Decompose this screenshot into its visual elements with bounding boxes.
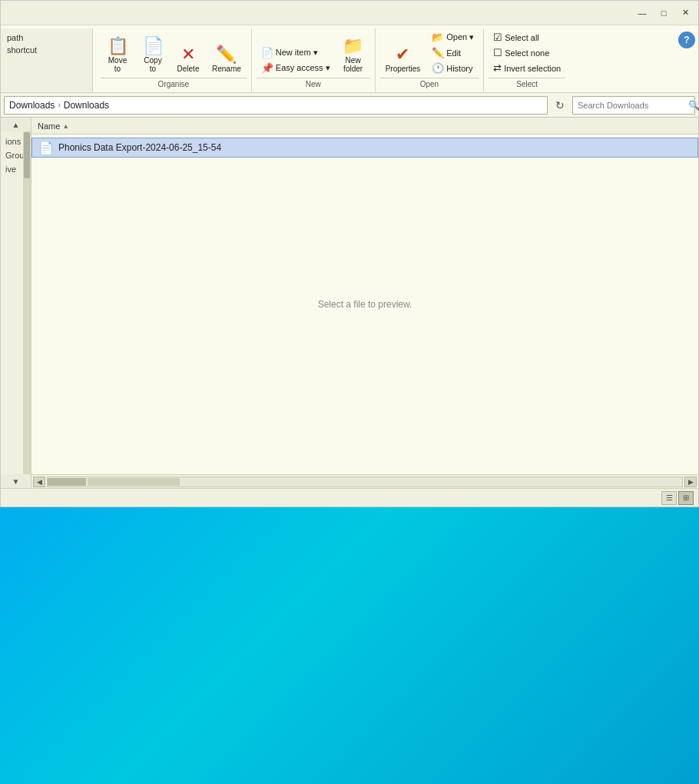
file-area: Name ▲ 📄 Phonics Data Export-2024-06-25_…: [31, 118, 698, 488]
status-bar: ☰ ⊞: [1, 488, 698, 507]
copy-to-icon: 📄: [143, 38, 164, 55]
rename-label: Rename: [212, 65, 241, 73]
sidebar-scrollbar-thumb: [24, 132, 30, 178]
new-item-label: New item ▾: [276, 48, 318, 58]
hscroll-thumb: [48, 478, 86, 486]
sidebar-scroll-down[interactable]: ▼: [1, 474, 31, 488]
move-to-button[interactable]: 📋 Moveto: [101, 35, 134, 75]
main-area: ▲ ions Grou ive ▼ Name ▲: [1, 118, 698, 488]
invert-selection-icon: ⇄: [493, 62, 502, 74]
open-icon: 📂: [432, 32, 444, 43]
easy-access-button[interactable]: 📌 Easy access ▾: [257, 61, 335, 75]
open-group-label: Open: [380, 78, 479, 91]
ribbon: path shortcut 📋 Moveto 📄: [1, 25, 698, 93]
select-all-icon: ☑: [493, 32, 502, 43]
ribbon-main: path shortcut 📋 Moveto 📄: [1, 28, 698, 92]
ribbon-group-select: ☑ Select all ☐ Select none ⇄ Invert sele…: [484, 28, 570, 92]
open-button[interactable]: 📂 Open ▾: [427, 30, 479, 45]
select-none-button[interactable]: ☐ Select none: [489, 45, 565, 60]
open-buttons: ✔ Properties 📂 Open ▾ ✏️ Edit: [380, 30, 479, 75]
address-bar: Downloads › Downloads ↻ 🔍: [1, 93, 698, 118]
delete-icon: ✕: [181, 46, 195, 63]
new-buttons: 📄 New item ▾ 📌 Easy access ▾ 📁: [257, 30, 370, 75]
large-icons-view-button[interactable]: ⊞: [678, 491, 694, 505]
edit-button[interactable]: ✏️ Edit: [427, 45, 479, 60]
hscroll-track[interactable]: [47, 477, 683, 487]
select-group-label: Select: [489, 78, 565, 91]
new-item-button[interactable]: 📄 New item ▾: [257, 45, 335, 60]
invert-selection-label: Invert selection: [504, 64, 561, 73]
sidebar-scroll-up[interactable]: ▲: [1, 118, 31, 131]
hscroll-left-button[interactable]: ◀: [33, 477, 45, 487]
ribbon-toolbar-row: 📋 Moveto 📄 Copyto ✕ Delete: [93, 28, 675, 92]
help-button[interactable]: ?: [678, 32, 695, 48]
quick-access-path[interactable]: path: [1, 32, 92, 44]
sidebar: ▲ ions Grou ive ▼: [1, 118, 31, 488]
rename-button[interactable]: ✏️ Rename: [207, 44, 247, 75]
name-column-label: Name: [38, 121, 60, 131]
file-item-0[interactable]: 📄 Phonics Data Export-2024-06-25_15-54: [31, 138, 698, 158]
new-folder-button[interactable]: 📁 Newfolder: [336, 35, 370, 75]
select-all-label: Select all: [505, 33, 539, 42]
horizontal-scrollbar[interactable]: ◀ ▶: [31, 474, 698, 488]
ribbon-group-new: 📄 New item ▾ 📌 Easy access ▾ 📁: [252, 28, 376, 92]
copy-to-label: Copyto: [144, 56, 161, 73]
path-part-1: Downloads: [9, 100, 55, 111]
ribbon-group-organise: 📋 Moveto 📄 Copyto ✕ Delete: [96, 28, 252, 92]
select-none-icon: ☐: [493, 47, 502, 58]
new-group-label: New: [257, 78, 370, 91]
file-list[interactable]: 📄 Phonics Data Export-2024-06-25_15-54 S…: [31, 135, 698, 474]
details-view-button[interactable]: ☰: [661, 491, 677, 505]
hscroll-thumb2: [88, 478, 180, 486]
address-path[interactable]: Downloads › Downloads: [4, 96, 548, 115]
history-icon: 🕐: [432, 62, 444, 74]
delete-button[interactable]: ✕ Delete: [171, 44, 205, 75]
path-separator-1: ›: [58, 101, 60, 109]
close-button[interactable]: ✕: [675, 5, 695, 22]
sort-icon: ▲: [62, 122, 69, 130]
path-part-2: Downloads: [64, 100, 109, 111]
new-folder-label: Newfolder: [343, 56, 363, 73]
name-column-header[interactable]: Name ▲: [38, 121, 69, 131]
select-all-button[interactable]: ☑ Select all: [489, 30, 565, 45]
search-input[interactable]: [573, 101, 688, 110]
select-none-label: Select none: [505, 48, 549, 58]
search-box: 🔍: [572, 96, 695, 115]
maximize-button[interactable]: □: [654, 5, 674, 22]
new-folder-icon: 📁: [343, 38, 363, 55]
organise-buttons: 📋 Moveto 📄 Copyto ✕ Delete: [101, 30, 247, 75]
view-icons: ☰ ⊞: [661, 491, 694, 505]
properties-icon: ✔: [396, 46, 409, 63]
desktop: [0, 507, 699, 784]
easy-access-label: Easy access ▾: [276, 63, 330, 73]
file-name-0: Phonics Data Export-2024-06-25_15-54: [58, 142, 221, 153]
move-to-label: Moveto: [108, 56, 127, 73]
search-icon[interactable]: 🔍: [688, 97, 699, 114]
invert-selection-button[interactable]: ⇄ Invert selection: [489, 61, 565, 75]
delete-label: Delete: [177, 65, 200, 73]
minimize-button[interactable]: —: [632, 5, 652, 22]
copy-to-button[interactable]: 📄 Copyto: [136, 35, 170, 75]
refresh-button[interactable]: ↻: [551, 96, 569, 115]
open-label: Open ▾: [446, 32, 474, 42]
new-items-column: 📄 New item ▾ 📌 Easy access ▾: [257, 45, 335, 75]
edit-icon: ✏️: [432, 47, 444, 58]
file-explorer-window: — □ ✕ path shortcut 📋: [0, 0, 699, 507]
history-button[interactable]: 🕐 History: [427, 61, 479, 75]
file-icon-0: 📄: [38, 141, 54, 155]
organise-group-label: Organise: [101, 78, 247, 91]
edit-label: Edit: [446, 48, 461, 58]
title-bar-controls: — □ ✕: [632, 5, 695, 22]
properties-button[interactable]: ✔ Properties: [380, 44, 426, 75]
quick-access-shortcut[interactable]: shortcut: [1, 44, 92, 56]
help-area: ?: [675, 28, 698, 92]
properties-label: Properties: [386, 65, 421, 73]
sidebar-scrollbar[interactable]: [23, 131, 31, 474]
title-bar: — □ ✕: [1, 1, 698, 25]
ribbon-group-open: ✔ Properties 📂 Open ▾ ✏️ Edit: [376, 28, 485, 92]
history-label: History: [446, 64, 472, 73]
rename-icon: ✏️: [216, 46, 237, 63]
move-to-icon: 📋: [108, 38, 128, 55]
preview-text: Select a file to preview.: [318, 299, 412, 310]
hscroll-right-button[interactable]: ▶: [684, 477, 697, 487]
